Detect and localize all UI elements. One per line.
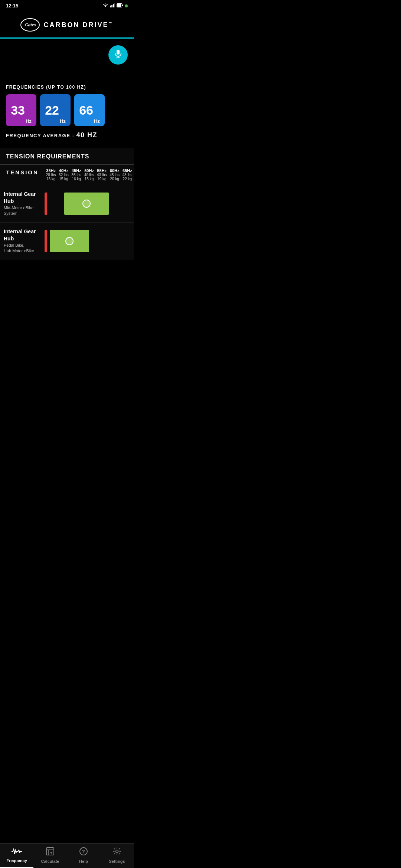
green-bar-2 (50, 230, 89, 252)
logo-text: CARBON DRIVE™ (43, 21, 113, 29)
tension-label-text: TENSION (6, 169, 39, 175)
tension-col-7: 65Hz 48 lbs 22 kg (121, 168, 134, 182)
battery-icon (117, 3, 123, 9)
logo-area: Gates CARBON DRIVE™ (0, 11, 134, 37)
tension-header: TENSION 35Hz 28 lbs 13 kg 40Hz 32 lbs 15… (0, 164, 134, 185)
wifi-icon (102, 3, 108, 9)
microphone-icon (114, 49, 122, 60)
mic-button[interactable] (108, 45, 128, 65)
tension-lbs-2: 32 lbs (57, 173, 70, 177)
listen-area (0, 39, 134, 79)
chart-bar-area-1 (45, 189, 134, 218)
tension-col-3: 45Hz 35 lbs 16 kg (70, 168, 83, 182)
freq-value-2: 22 (45, 104, 59, 116)
chart-sub-2: Pedal Bike,Hub Motor eBike (4, 243, 41, 254)
chart-row-2: Internal Gear Hub Pedal Bike,Hub Motor e… (0, 222, 134, 260)
freq-unit-1: Hz (26, 118, 32, 124)
logo-tm: ™ (109, 22, 113, 25)
bar-dot-2 (65, 237, 74, 245)
freq-value-1: 33 (11, 104, 25, 116)
tension-label-col: TENSION (0, 168, 45, 177)
red-bar-left-2 (45, 230, 47, 252)
tension-col-5: 55Hz 43 lbs 19 kg (95, 168, 108, 182)
tension-col-1: 35Hz 28 lbs 13 kg (45, 168, 57, 182)
tension-lbs-3: 35 lbs (70, 173, 83, 177)
tension-lbs-6: 45 lbs (108, 173, 121, 177)
chart-label-col-2: Internal Gear Hub Pedal Bike,Hub Motor e… (0, 228, 45, 254)
tension-col-2: 40Hz 32 lbs 15 kg (57, 168, 70, 182)
svg-rect-0 (110, 6, 111, 7)
freq-unit-2: Hz (60, 118, 66, 124)
tension-cols: 35Hz 28 lbs 13 kg 40Hz 32 lbs 15 kg 45Hz… (45, 168, 134, 182)
svg-rect-3 (114, 3, 115, 7)
freq-value-3: 66 (79, 104, 93, 116)
tension-lbs-7: 48 lbs (121, 173, 134, 177)
tension-hz-3: 45Hz (70, 168, 83, 173)
logo-oval: Gates (20, 18, 40, 32)
logo-container: Gates CARBON DRIVE™ (20, 18, 113, 32)
freq-box-3: 66 Hz (74, 94, 105, 126)
frequencies-label: FREQUENCIES (UP TO 100 HZ) (6, 85, 128, 90)
chart-title-1: Internal Gear Hub (4, 191, 41, 204)
chart-title-2: Internal Gear Hub (4, 228, 41, 241)
freq-unit-3: Hz (94, 118, 100, 124)
tension-hz-6: 60Hz (108, 168, 121, 173)
tension-hz-2: 40Hz (57, 168, 70, 173)
tension-kg-2: 15 kg (57, 177, 70, 181)
chart-sub-1: Mid-Motor eBike System (4, 205, 41, 217)
freq-box-1: 33 Hz (6, 94, 36, 126)
svg-rect-6 (122, 4, 123, 6)
tension-col-4: 50Hz 40 lbs 18 kg (83, 168, 95, 182)
tension-section: TENSION REQUIREMENTS TENSION 35Hz 28 lbs… (0, 148, 134, 260)
tension-kg-4: 18 kg (83, 177, 95, 181)
green-bar-1 (64, 193, 109, 215)
tension-kg-3: 16 kg (70, 177, 83, 181)
tension-title: TENSION REQUIREMENTS (0, 153, 134, 164)
green-dot-icon (125, 3, 128, 9)
tension-kg-6: 20 kg (108, 177, 121, 181)
svg-rect-8 (117, 50, 120, 55)
freq-box-2: 22 Hz (40, 94, 71, 126)
frequencies-section: FREQUENCIES (UP TO 100 HZ) 33 Hz 22 Hz 6… (0, 79, 134, 143)
tension-lbs-4: 40 lbs (83, 173, 95, 177)
chart-bar-area-2 (45, 226, 134, 256)
logo-oval-text: Gates (25, 22, 36, 28)
svg-point-7 (125, 4, 128, 7)
tension-kg-1: 13 kg (45, 177, 57, 181)
signal-icon (110, 3, 115, 9)
chart-label-col-1: Internal Gear Hub Mid-Motor eBike System (0, 191, 45, 216)
status-icons (102, 3, 128, 9)
tension-lbs-1: 28 lbs (45, 173, 57, 177)
svg-rect-5 (117, 4, 121, 7)
tension-lbs-5: 43 lbs (95, 173, 108, 177)
freq-boxes: 33 Hz 22 Hz 66 Hz (6, 94, 128, 126)
status-time: 12:15 (6, 3, 18, 9)
tension-hz-4: 50Hz (83, 168, 95, 173)
tension-col-6: 60Hz 45 lbs 20 kg (108, 168, 121, 182)
svg-rect-1 (111, 5, 113, 7)
tension-kg-5: 19 kg (95, 177, 108, 181)
tension-hz-5: 55Hz (95, 168, 108, 173)
freq-average-value: 40 Hz (76, 131, 97, 139)
red-bar-left-1 (45, 193, 47, 215)
chart-row-1: Internal Gear Hub Mid-Motor eBike System (0, 185, 134, 222)
tension-hz-7: 65Hz (121, 168, 134, 173)
tension-kg-7: 22 kg (121, 177, 134, 181)
status-bar: 12:15 (0, 0, 134, 11)
tension-hz-1: 35Hz (45, 168, 57, 173)
freq-average-label: FREQUENCY AVERAGE : (6, 133, 74, 138)
svg-rect-2 (113, 4, 114, 7)
bar-dot-1 (82, 200, 91, 208)
freq-average: FREQUENCY AVERAGE : 40 Hz (6, 131, 128, 139)
